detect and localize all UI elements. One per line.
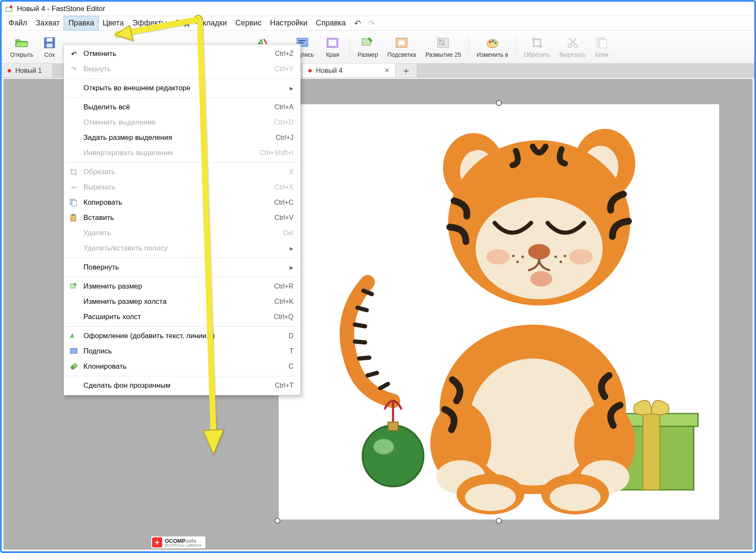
svg-rect-64 (71, 215, 76, 221)
menu-crop[interactable]: Обрезать X (64, 164, 300, 180)
window-title: Новый 4 - FastStone Editor (17, 5, 105, 13)
toolbar-crop[interactable]: Обрезать (520, 32, 554, 62)
scissors-icon: ✂ (67, 182, 80, 192)
menubar: Файл Захват Правка Цвета Эффекты Вид Вкл… (2, 16, 754, 31)
palette-icon (486, 36, 499, 50)
toolbar-copy[interactable]: Копи (591, 32, 613, 62)
disk-icon (43, 36, 56, 50)
tab-new[interactable]: ＋ (396, 64, 417, 78)
toolbar-change-in[interactable]: Изменить в (472, 32, 512, 62)
chevron-right-icon: ▸ (290, 84, 294, 93)
undo-icon: ↶ (67, 49, 80, 59)
redo-icon[interactable]: ↷ (368, 18, 375, 28)
toolbar-cut[interactable]: Вырезать (555, 32, 590, 62)
tab-novy1[interactable]: Новый 1 (2, 64, 53, 78)
svg-rect-18 (439, 43, 441, 45)
menu-redo[interactable]: ↷ Вернуть Ctrl+Y (64, 61, 300, 77)
menu-transparent-bg[interactable]: Сделать фон прозрачным Ctrl+T (64, 378, 300, 393)
svg-point-22 (492, 40, 494, 42)
titlebar: Новый 4 - FastStone Editor (2, 2, 754, 16)
menu-cut[interactable]: ✂ Вырезать Ctrl+X (64, 180, 300, 195)
menu-tabs[interactable]: Вкладки (194, 16, 231, 30)
plus-icon: + (152, 537, 162, 547)
modified-dot-icon (8, 69, 11, 72)
svg-rect-3 (47, 38, 53, 42)
menu-undo[interactable]: ↶ Отменить Ctrl+Z (64, 46, 300, 61)
toolbar-open[interactable]: Открыть (6, 32, 38, 62)
svg-point-55 (569, 249, 593, 264)
toolbar-highlight[interactable]: Подсветка (383, 32, 420, 62)
svg-rect-14 (399, 41, 404, 45)
svg-point-21 (489, 41, 491, 43)
menu-effects[interactable]: Эффекты (128, 16, 171, 30)
svg-point-70 (73, 364, 77, 368)
tab-novy4[interactable]: Новый 4 × (302, 64, 396, 78)
menu-canvas-size[interactable]: Изменить размер холста Ctrl+K (64, 294, 300, 309)
menu-set-selection-size[interactable]: Задать размер выделения Ctrl+J (64, 130, 300, 145)
toolbar-edges[interactable]: Края (319, 32, 346, 62)
menu-delete[interactable]: Удалить Del (64, 225, 300, 241)
menu-expand-canvas[interactable]: Расширить холст Ctrl+Q (64, 309, 300, 325)
svg-point-44 (465, 484, 516, 511)
svg-text:A: A (70, 333, 74, 339)
menu-paste[interactable]: Вставить Ctrl+V (64, 210, 300, 225)
menu-colors[interactable]: Цвета (98, 16, 128, 30)
menu-edit[interactable]: Правка (64, 16, 98, 30)
menu-capture[interactable]: Захват (31, 16, 64, 30)
menu-resize[interactable]: Изменить размер Ctrl+R (64, 279, 300, 294)
clone-icon (67, 361, 80, 372)
edit-dropdown: ↶ Отменить Ctrl+Z ↷ Вернуть Ctrl+Y Откры… (64, 44, 301, 395)
pencil-a-icon: A (67, 331, 80, 341)
svg-rect-27 (600, 39, 606, 48)
svg-point-37 (469, 358, 596, 486)
canvas-image (279, 104, 719, 520)
modified-dot-icon (308, 69, 312, 72)
close-icon[interactable]: × (385, 66, 389, 75)
toolbar-blur[interactable]: Размытие 25 (421, 32, 465, 62)
svg-point-52 (528, 244, 550, 259)
scissors-icon (566, 36, 579, 50)
menu-settings[interactable]: Настройки (266, 16, 311, 30)
svg-rect-35 (388, 422, 398, 431)
menu-open-external[interactable]: Открыть во внешнем редакторе ▸ (64, 81, 300, 96)
menu-service[interactable]: Сервис (231, 16, 266, 30)
svg-point-23 (494, 42, 496, 44)
menu-draw[interactable]: A Оформление (добавить текст, линии...) … (64, 328, 300, 344)
menu-deselect[interactable]: Отменить выделение Ctrl+D (64, 115, 300, 130)
svg-rect-68 (70, 348, 77, 353)
menu-copy[interactable]: Копировать Ctrl+C (64, 195, 300, 210)
svg-rect-11 (329, 40, 336, 46)
resize-handle[interactable] (496, 100, 502, 106)
menu-invert-selection[interactable]: Инвертировать выделение Ctrl+Shift+I (64, 145, 300, 161)
svg-point-61 (554, 256, 557, 258)
canvas-selection[interactable] (279, 104, 719, 520)
resize-icon (361, 36, 374, 50)
menu-select-all[interactable]: Выделить всё Ctrl+A (64, 100, 300, 115)
svg-rect-65 (72, 214, 75, 216)
toolbar-save[interactable]: Сох (39, 32, 61, 62)
menu-caption[interactable]: Подпись T (64, 344, 300, 359)
edges-icon (326, 36, 339, 50)
menu-file[interactable]: Файл (4, 16, 31, 30)
menu-clone[interactable]: Клонировать C (64, 359, 300, 374)
toolbar-resize[interactable]: Размер (353, 32, 382, 62)
menu-view[interactable]: Вид (171, 16, 194, 30)
menu-rotate[interactable]: Повернуть ▸ (64, 260, 300, 275)
svg-rect-16 (439, 39, 441, 42)
copy-icon (595, 36, 609, 50)
resize-handle[interactable] (274, 518, 280, 524)
highlight-icon (395, 36, 408, 50)
svg-point-1 (10, 6, 12, 8)
paste-icon (67, 213, 80, 223)
canvas[interactable] (279, 104, 719, 520)
redo-icon: ↷ (67, 64, 80, 74)
caption-icon (67, 346, 80, 356)
folder-open-icon (15, 36, 28, 50)
app-icon (5, 5, 14, 13)
menu-delete-insert-strip[interactable]: Удалить/вставить полосу ▸ (64, 241, 300, 256)
crop-icon (67, 167, 80, 177)
menu-help[interactable]: Справка (312, 16, 350, 30)
resize-handle[interactable] (496, 518, 502, 524)
watermark: + OCOMP.info ВОПРОСЫ АДМИНУ (151, 536, 206, 549)
undo-icon[interactable]: ↶ (354, 18, 361, 28)
